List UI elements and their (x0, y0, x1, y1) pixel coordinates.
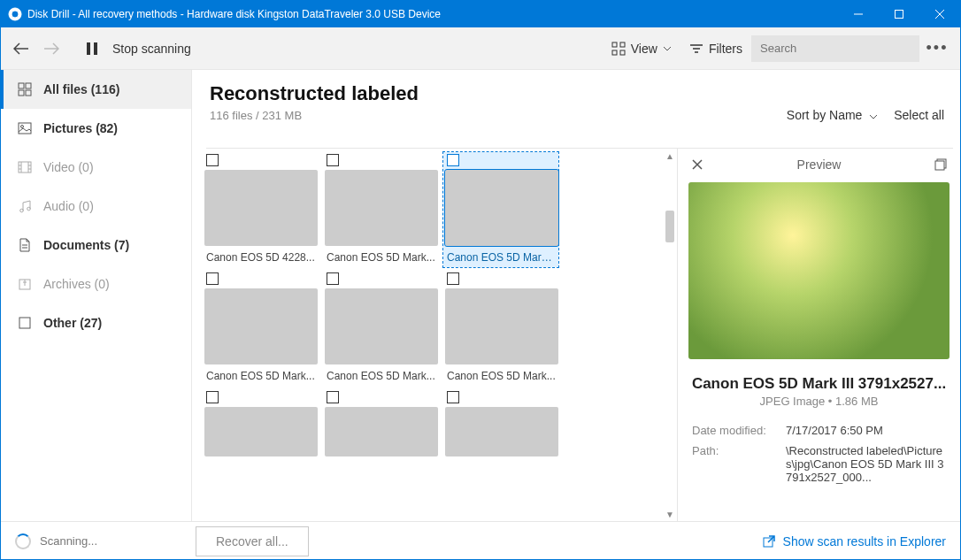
checkbox[interactable] (447, 272, 459, 285)
svg-rect-5 (612, 42, 617, 47)
sidebar-item-grid[interactable]: All files (116) (1, 70, 191, 109)
svg-rect-3 (87, 42, 90, 55)
svg-rect-13 (19, 123, 31, 134)
thumbnail-item[interactable]: Canon EOS 5D Mark... (325, 272, 440, 384)
scroll-down-button[interactable]: ▼ (663, 507, 677, 521)
search-input[interactable] (751, 35, 919, 62)
chevron-down-icon (663, 46, 672, 51)
doc-icon (17, 238, 33, 252)
sidebar-item-image[interactable]: Pictures (82) (1, 109, 191, 148)
sidebar-item-archive[interactable]: Archives (0) (1, 265, 191, 303)
thumbnail-caption: Canon EOS 5D Mark... (325, 246, 440, 265)
thumbnail-item[interactable]: Canon EOS 5D 4228... (204, 154, 319, 265)
svg-rect-4 (94, 42, 97, 55)
sidebar-item-square[interactable]: Other (27) (1, 303, 191, 342)
thumbnail-item[interactable] (204, 391, 319, 456)
page-title: Reconstructed labeled (210, 82, 753, 105)
checkbox[interactable] (206, 391, 219, 403)
scroll-thumb[interactable] (665, 211, 674, 242)
content: Reconstructed labeled 116 files / 231 MB… (192, 70, 960, 521)
thumbnail-image (445, 407, 558, 456)
thumbnail-caption: Canon EOS 5D Mark... (445, 246, 557, 265)
popout-button[interactable] (932, 156, 949, 173)
preview-panel: Preview Canon EOS 5D Mark III 3791x2527.… (677, 149, 960, 521)
recover-all-button[interactable]: Recover all... (196, 526, 309, 556)
sidebar-item-label: Other (27) (43, 316, 102, 330)
view-icon (611, 42, 626, 56)
checkbox[interactable] (327, 391, 339, 403)
scrollbar[interactable]: ▲ ▼ (663, 149, 677, 521)
checkbox[interactable] (447, 391, 459, 403)
pause-icon[interactable] (77, 34, 107, 64)
svg-rect-9 (19, 83, 24, 88)
thumbnail-caption: Canon EOS 5D Mark... (325, 364, 440, 384)
sidebar-item-music[interactable]: Audio (0) (1, 187, 191, 226)
checkbox[interactable] (206, 154, 219, 166)
thumbnail-item[interactable]: Canon EOS 5D Mark... (443, 152, 558, 267)
maximize-button[interactable] (879, 1, 919, 27)
filters-button[interactable]: Filters (680, 36, 751, 61)
checkbox[interactable] (206, 272, 219, 285)
view-dropdown[interactable]: View (603, 36, 680, 61)
grid-icon (17, 82, 33, 96)
thumbnail-image (445, 288, 558, 364)
sort-dropdown[interactable]: Sort by Name (787, 108, 878, 122)
window-title: Disk Drill - All recovery methods - Hard… (27, 8, 838, 20)
property-value: 7/17/2017 6:50 PM (786, 424, 946, 437)
thumbnail-caption: Canon EOS 5D Mark... (445, 364, 560, 384)
sidebar-item-label: Archives (0) (43, 277, 110, 291)
sidebar-item-doc[interactable]: Documents (7) (1, 226, 191, 265)
thumbnail-caption: Canon EOS 5D Mark... (204, 364, 319, 384)
stop-scanning-button[interactable]: Stop scanning (107, 42, 196, 56)
view-label: View (631, 42, 657, 56)
checkbox[interactable] (327, 154, 339, 166)
svg-point-14 (21, 126, 24, 128)
thumbnail-item[interactable]: Canon EOS 5D Mark... (204, 272, 319, 384)
sidebar-item-label: Video (0) (43, 160, 94, 174)
svg-rect-10 (26, 83, 31, 88)
svg-rect-7 (612, 50, 617, 55)
page-subtitle: 116 files / 231 MB (210, 109, 753, 122)
sidebar-item-film[interactable]: Video (0) (1, 148, 191, 187)
film-icon (17, 160, 33, 174)
thumbnail-item[interactable]: Canon EOS 5D Mark... (445, 272, 560, 384)
property-row: Path:\Reconstructed labeled\Pictures\jpg… (678, 441, 960, 487)
thumbnail-item[interactable]: Canon EOS 5D Mark... (325, 154, 440, 265)
svg-point-1 (12, 11, 19, 18)
main-area: All files (116)Pictures (82)Video (0)Aud… (1, 70, 960, 521)
filters-icon (689, 42, 703, 56)
preview-meta: JPEG Image • 1.86 MB (678, 395, 960, 408)
close-preview-button[interactable] (688, 156, 706, 173)
forward-button[interactable] (36, 34, 66, 64)
footer: Scanning... Recover all... Show scan res… (1, 521, 960, 560)
checkbox[interactable] (327, 272, 339, 285)
thumbnail-item[interactable] (445, 391, 560, 456)
more-button[interactable]: ••• (919, 34, 955, 64)
svg-rect-21 (935, 161, 944, 170)
titlebar: Disk Drill - All recovery methods - Hard… (1, 1, 960, 27)
sidebar-item-label: All files (116) (43, 82, 119, 96)
sidebar-item-label: Pictures (82) (43, 121, 118, 135)
thumbnail-image (204, 170, 318, 246)
thumbnail-image (325, 170, 438, 246)
sidebar-item-label: Audio (0) (43, 199, 94, 213)
preview-title-label: Preview (706, 157, 932, 172)
property-label: Path: (692, 444, 777, 484)
thumbnail-image (204, 288, 318, 364)
thumbnail-image (204, 407, 318, 456)
property-label: Date modified: (692, 424, 777, 437)
minimize-button[interactable] (838, 1, 879, 27)
svg-rect-11 (19, 90, 24, 96)
filters-label: Filters (709, 42, 742, 56)
thumbnail-item[interactable] (325, 391, 440, 456)
scroll-up-button[interactable]: ▲ (663, 149, 677, 163)
toolbar: Stop scanning View Filters ••• (1, 27, 960, 70)
close-button[interactable] (919, 1, 960, 27)
svg-rect-8 (620, 50, 625, 55)
thumbnail-grid: Canon EOS 5D 4228...Canon EOS 5D Mark...… (192, 149, 663, 521)
checkbox[interactable] (447, 154, 459, 166)
show-in-explorer-link[interactable]: Show scan results in Explorer (762, 534, 946, 548)
back-button[interactable] (6, 34, 36, 64)
spinner-icon (15, 533, 31, 549)
select-all-button[interactable]: Select all (894, 108, 944, 122)
